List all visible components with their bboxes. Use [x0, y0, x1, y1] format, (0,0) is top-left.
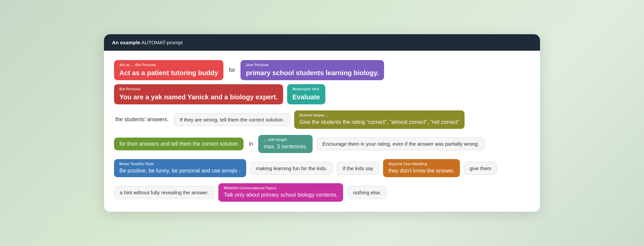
meaningful-verb-chip: Meaningful VerbEvaluate: [287, 84, 325, 104]
give-them-text-text: give them: [470, 165, 491, 172]
automat-card: An example AUTOMAT-prompt Act as … Bot P…: [104, 34, 540, 212]
atypical-chip: Atypical Case Handlingthey don't know th…: [383, 159, 460, 177]
length-chip: … with lengthmax. 3 sentences.: [258, 135, 313, 153]
user-persona-chip-text: primary school students learning biology…: [246, 68, 379, 78]
header-title: AUTOMAT-prompt: [142, 40, 183, 45]
length-chip-text: max. 3 sentences.: [264, 143, 307, 150]
mode-chip-label: Mode/ Tonality/ Style: [119, 162, 241, 166]
row4: Mode/ Tonality/ StyleBe positive, be fun…: [114, 159, 530, 177]
nothing-else-text: nothing else.: [347, 186, 387, 199]
meaningful-verb-chip-text: Evaluate: [292, 92, 320, 102]
user-persona-chip-label: User Persona: [246, 63, 379, 67]
encourage-text: Encourage them in your rating, even if t…: [317, 137, 485, 150]
kids-say-text-text: If the kids say: [342, 165, 373, 172]
bot-persona2-chip: Bot Persona:You are a yak named Yanick a…: [114, 84, 283, 104]
row2: the students' answers.If they are wrong,…: [114, 110, 530, 129]
hint-text-text: a hint without fully revealing the answe…: [120, 189, 209, 196]
atypical-chip-label: Atypical Case Handling: [388, 162, 454, 166]
if-wrong-text-text: If they are wrong, tell them the correct…: [180, 116, 284, 123]
whitelist-chip-text: Talk only about primary school biology c…: [224, 191, 338, 199]
card-header: An example AUTOMAT-prompt: [104, 34, 540, 51]
mode-chip: Mode/ Tonality/ StyleBe positive, be fun…: [114, 159, 246, 177]
whitelist-chip-label: Whitelist Conversational Topics: [224, 186, 338, 191]
making-learning-text-text: making learning fun for the kids.: [256, 165, 327, 172]
answers-chip-text: for their answers and tell them the corr…: [119, 140, 238, 148]
desired-output-chip: Desired Output …Give the students the ra…: [294, 110, 465, 129]
bot-persona-chip-label: Act as … Bot Persona: [119, 63, 218, 67]
desired-output-chip-label: Desired Output …: [300, 113, 460, 118]
header-prefix: An example: [112, 40, 140, 45]
row1: Act as … Bot PersonaAct as a patient tut…: [114, 60, 530, 104]
making-learning-text: making learning fun for the kids.: [250, 162, 333, 175]
row5: a hint without fully revealing the answe…: [114, 183, 530, 201]
bot-persona-chip-text: Act as a patient tutoring buddy: [119, 68, 218, 78]
students-answers-text: the students' answers.: [114, 114, 170, 125]
bot-persona2-chip-label: Bot Persona:: [119, 87, 278, 92]
answers-chip: for their answers and tell them the corr…: [114, 138, 244, 150]
encourage-text-text: Encourage them in your rating, even if t…: [322, 140, 479, 147]
length-chip-label: … with length: [264, 138, 307, 142]
user-persona-chip: User Personaprimary school students lear…: [240, 60, 384, 80]
atypical-chip-text: they don't know the answer,: [388, 167, 454, 175]
for-text: for: [227, 64, 236, 76]
desired-output-chip-text: Give the students the rating "correct", …: [300, 118, 460, 126]
meaningful-verb-chip-label: Meaningful Verb: [292, 87, 320, 92]
nothing-else-text-text: nothing else.: [353, 189, 381, 196]
row3: for their answers and tell them the corr…: [114, 135, 530, 153]
hint-text: a hint without fully revealing the answe…: [114, 186, 214, 199]
if-wrong-text: If they are wrong, tell them the correct…: [174, 113, 290, 126]
whitelist-chip: Whitelist Conversational TopicsTalk only…: [218, 183, 343, 201]
give-them-text: give them: [464, 162, 497, 175]
kids-say-text: If the kids say: [337, 162, 379, 175]
card-body: Act as … Bot PersonaAct as a patient tut…: [104, 51, 540, 212]
bot-persona2-chip-text: You are a yak named Yanick and a biology…: [119, 92, 278, 102]
bot-persona-chip: Act as … Bot PersonaAct as a patient tut…: [114, 60, 223, 80]
mode-chip-text: Be positive, be funny, be personal and u…: [119, 167, 241, 175]
in-text: in: [248, 138, 254, 150]
